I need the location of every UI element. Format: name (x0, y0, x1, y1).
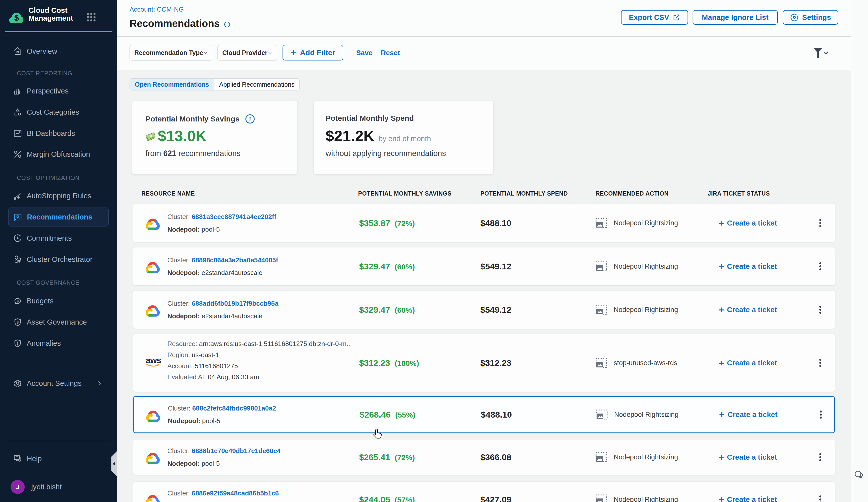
svg-text:$: $ (14, 13, 19, 22)
svg-text:?: ? (16, 456, 18, 459)
svg-text:$: $ (17, 320, 19, 324)
svg-text:$: $ (17, 299, 19, 303)
svg-text:?: ? (249, 116, 251, 122)
